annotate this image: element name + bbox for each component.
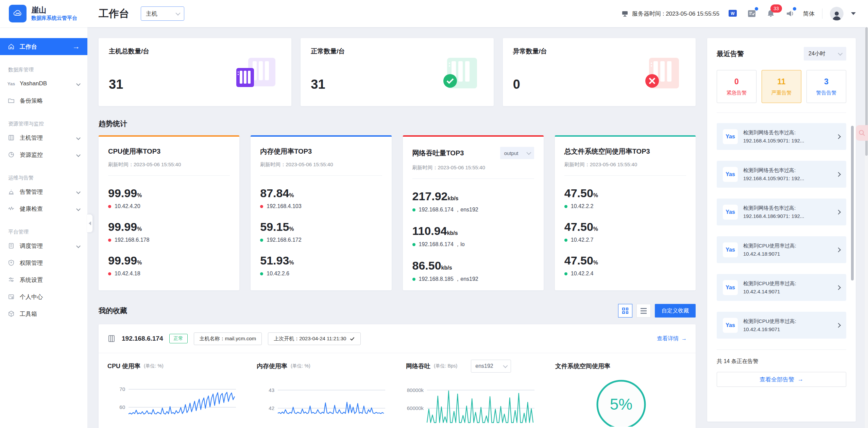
announcement-button[interactable] <box>784 8 796 19</box>
trend-entry-value: 47.50 <box>564 254 593 267</box>
chart-unit-label: (单位: %) <box>291 363 310 369</box>
arrow-right-icon: → <box>72 42 80 51</box>
alert-list-item[interactable]: Yas 检测到CPU使用率过高:10.42.4.14:9071 <box>717 274 846 301</box>
chevron-down-icon <box>76 244 81 248</box>
chevron-down-icon <box>76 190 81 194</box>
word-doc-button[interactable]: W <box>727 8 738 19</box>
svg-text:80000k: 80000k <box>407 387 424 393</box>
sidebar-item-yashandb[interactable]: Yas YashanDB <box>0 75 87 92</box>
trend-entry-unit: % <box>137 260 142 266</box>
sidebar-item-label: YashanDB <box>20 80 47 87</box>
custom-favorites-button[interactable]: 自定义收藏 <box>655 304 696 318</box>
arrow-right-icon: → <box>798 376 803 383</box>
chart-unit-label: (单位: %) <box>144 363 164 369</box>
task-list-button[interactable] <box>746 8 758 19</box>
sidebar-item-permission-mgmt[interactable]: 权限管理 <box>0 254 87 271</box>
select-value: ens192 <box>475 363 493 369</box>
alert-range-select[interactable]: 24小时 <box>804 47 846 61</box>
alarm-bell-button[interactable]: 33 <box>765 8 777 19</box>
sidebar-item-schedule-mgmt[interactable]: 调度管理 <box>0 237 87 254</box>
view-details-label: 查看详情 <box>657 335 679 342</box>
trend-entry-value: 99.99 <box>108 220 137 233</box>
cloud-logo-icon <box>9 5 27 22</box>
yas-logo-icon: Yas <box>723 167 738 182</box>
trend-entry-value: 87.84 <box>260 187 289 200</box>
announcement-dot <box>793 7 796 11</box>
sidebar-item-host-mgmt[interactable]: 主机管理 <box>0 129 87 146</box>
sidebar: 工作台 → 数据库管理 Yas YashanDB 备份策略 资源管理与监控 主机… <box>0 27 88 428</box>
chart-title: 文件系统空间使用率 <box>555 362 610 370</box>
sidebar-collapse-handle[interactable] <box>87 214 93 233</box>
trend-entry-unit: % <box>593 226 598 232</box>
trend-entry: 59.15% 192.168.6.172 <box>260 220 382 243</box>
alert-list-item[interactable]: Yas 检测到CPU使用率过高:10.42.4.16:9071 <box>717 312 846 339</box>
view-details-link[interactable]: 查看详情 → <box>657 335 687 342</box>
count-value: 3 <box>824 77 829 86</box>
sidebar-item-label: 备份策略 <box>20 97 43 105</box>
severe-alerts-box[interactable]: 11 严重告警 <box>762 70 801 103</box>
sidebar-item-toolbox[interactable]: 工具箱 <box>0 305 87 322</box>
select-value: 24小时 <box>809 50 826 57</box>
arrow-right-icon: → <box>681 336 687 342</box>
page-scrollbar[interactable] <box>865 27 868 428</box>
grid-view-button[interactable] <box>618 304 632 318</box>
id-card-icon <box>7 293 15 300</box>
alert-list-item[interactable]: Yas 检测到网络丢包率过高:192.168.4.105:9071: 192..… <box>717 161 846 188</box>
floating-search-button[interactable] <box>856 125 868 141</box>
sidebar-item-personal-center[interactable]: 个人中心 <box>0 288 87 305</box>
status-dot <box>260 239 263 242</box>
alert-line1: 检测到网络丢包率过高: <box>743 167 796 173</box>
alert-list-item[interactable]: Yas 检测到网络丢包率过高:192.168.4.105:9071: 192..… <box>717 123 846 150</box>
chevron-down-icon <box>76 82 81 86</box>
network-interface-select[interactable]: ens192 <box>471 360 511 373</box>
trend-entry-unit: % <box>137 192 142 198</box>
chevron-down-icon <box>76 207 81 211</box>
list-view-button[interactable] <box>636 304 651 318</box>
user-menu-caret[interactable] <box>851 12 856 15</box>
view-all-alerts-button[interactable]: 查看全部告警 → <box>717 372 846 387</box>
trend-entry: 47.50% 10.42.2.7 <box>564 220 686 243</box>
network-direction-select[interactable]: output <box>500 147 534 159</box>
count-label: 警告告警 <box>816 90 837 96</box>
chevron-right-icon <box>836 247 841 252</box>
warning-alerts-box[interactable]: 3 警告告警 <box>806 70 846 103</box>
header-actions: 服务器时间 : 2023-05-06 15:55:55 W 33 简体 <box>621 7 868 20</box>
trend-entry: 51.93% 10.42.2.6 <box>260 254 382 277</box>
view-all-label: 查看全部告警 <box>760 376 794 383</box>
sidebar-item-resource-monitor[interactable]: 资源监控 <box>0 146 87 163</box>
alert-list-item[interactable]: Yas 检测到CPU使用率过高:10.42.4.18:9071 <box>717 236 846 263</box>
trend-entry: 99.99% 10.42.4.20 <box>108 187 230 209</box>
host-charts-row: CPU 使用率 (单位: %) 7060 内存使用率 (单位: %) 4342 <box>99 353 696 428</box>
status-dot <box>108 272 111 275</box>
language-switch[interactable]: 简体 <box>803 10 815 18</box>
sidebar-item-health-check[interactable]: 健康检查 <box>0 200 87 217</box>
search-icon <box>858 129 866 137</box>
hosts-abnormal-icon <box>637 55 681 92</box>
host-name-box: 主机名称：mail.ycm.com <box>194 332 262 345</box>
sidebar-section-platform: 平台管理 <box>8 229 87 235</box>
document-icon <box>7 242 15 249</box>
svg-text:42: 42 <box>269 405 274 411</box>
brand-logo[interactable]: 崖山 数据库系统云管平台 <box>0 5 88 22</box>
stat-label: 异常数量/台 <box>513 47 685 56</box>
sidebar-item-backup-policy[interactable]: 备份策略 <box>0 92 87 109</box>
scope-select[interactable]: 主机 <box>141 6 184 21</box>
avatar[interactable] <box>830 7 844 20</box>
sliders-icon <box>7 276 15 283</box>
sidebar-section-db: 数据库管理 <box>8 67 87 73</box>
host-icon <box>107 335 116 343</box>
svg-text:60000k: 60000k <box>407 405 424 411</box>
count-label: 严重告警 <box>771 90 792 96</box>
sidebar-item-label: 健康检查 <box>20 205 43 213</box>
filesystem-usage-donut: 5% <box>584 379 659 428</box>
sidebar-item-system-settings[interactable]: 系统设置 <box>0 271 87 288</box>
trend-entry: 217.92kb/s 192.168.6.174 ，ens192 <box>412 190 534 213</box>
sidebar-item-alert-mgmt[interactable]: 告警管理 <box>0 183 87 200</box>
critical-alerts-box[interactable]: 0 紧急告警 <box>717 70 756 103</box>
yas-logo-icon: Yas <box>723 242 738 257</box>
trend-entry-unit: % <box>593 260 598 266</box>
sidebar-item-workbench[interactable]: 工作台 → <box>0 38 87 55</box>
server-icon <box>7 134 15 141</box>
alert-list-item[interactable]: Yas 检测到网络丢包率过高:192.168.4.186:9071: 192..… <box>717 199 846 225</box>
alert-list-scrollbar[interactable] <box>851 126 854 280</box>
